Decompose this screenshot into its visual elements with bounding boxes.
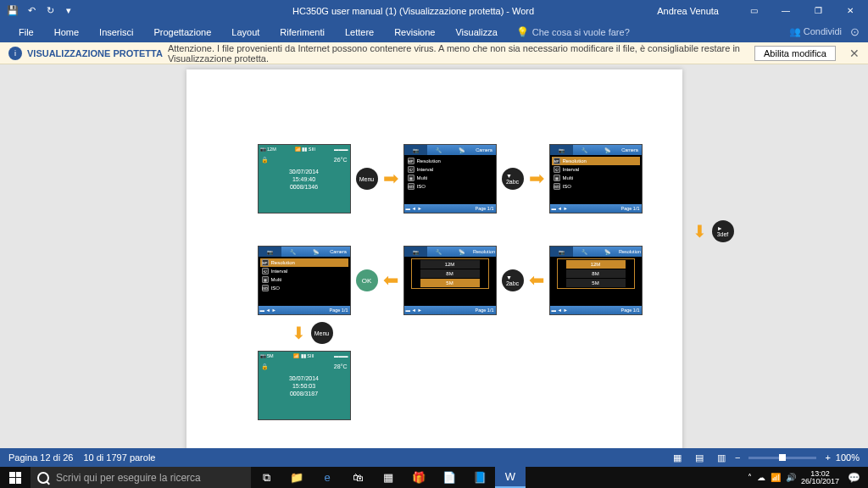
enable-editing-button[interactable]: Abilita modifica [754,46,836,61]
share-icon: 👥 [789,26,801,36]
document-area[interactable]: 📷 12M 📶 ▮▮ SIII ▬▬▬ 26°C 🔒 30/07/2014 15… [0,64,868,448]
share-button[interactable]: 👥 Condividi [789,26,842,37]
down-button-icon: ▼ 2abc [502,269,524,291]
right-button-icon: ► 3def [712,220,734,242]
save-icon[interactable]: 💾 [7,5,19,17]
res-option-12m-selected: 12M [566,260,626,269]
menu-footer-right: Page 1/1 [620,308,639,313]
read-mode-icon[interactable]: ▦ [669,449,686,466]
menu-item-resolution-selected: Resolution [563,158,587,164]
tab-home[interactable]: Home [44,21,89,42]
windows-logo-icon [9,472,21,484]
menu-footer-right: Page 1/1 [329,308,348,313]
start-button[interactable] [0,467,31,488]
lightbulb-icon: 💡 [516,26,529,38]
zoom-in-button[interactable]: + [825,452,830,463]
menu-button-icon: Menu [356,168,378,190]
tab-mailings[interactable]: Lettere [335,21,384,42]
menu-item-resolution: Resolution [417,158,441,164]
menu-footer-left: ▬ ◄ ► [552,206,568,211]
menu-footer-left: ▬ ◄ ► [406,206,422,211]
redo-icon[interactable]: ↻ [44,5,56,17]
camera-flow-diagram: 📷 12M 📶 ▮▮ SIII ▬▬▬ 26°C 🔒 30/07/2014 15… [258,144,734,427]
volume-icon[interactable]: 🔊 [786,473,796,482]
word-count[interactable]: 10 di 1797 parole [83,452,155,463]
date-display: 30/07/2014 [289,169,319,175]
ribbon-tabs: File Home Inserisci Progettazione Layout… [0,21,868,42]
app-icon[interactable]: ▦ [373,467,403,488]
quick-access-toolbar: 💾 ↶ ↻ ▾ [0,5,170,17]
camera-screen-resolution-2: 📷 🔧 📡 Resolution 12M 8M 5M ▬ ◄ ►Page 1/1 [403,246,497,315]
camera-screen-resolution-1: 📷 🔧 📡 Resolution 12M 8M 5M ▬ ◄ ►Page 1/1 [549,246,643,315]
protected-view-close-icon[interactable]: ✕ [849,47,860,60]
clock[interactable]: 13:02 26/10/2017 [801,470,839,485]
share-label: Condividi [804,26,842,36]
undo-icon[interactable]: ↶ [25,5,37,17]
flow-row-3: 📷 5M 📶 ▮▮ SIII ▬▬▬ 28°C 🔒 30/07/2014 15:… [258,351,734,420]
print-layout-icon[interactable]: ▤ [691,449,708,466]
time-display: 15:50:03 [292,383,315,389]
resolution-indicator: 5M [267,353,274,358]
ribbon-collapse-icon[interactable]: ⊙ [850,25,860,38]
protected-view-bar: i VISUALIZZAZIONE PROTETTA Attenzione. I… [0,42,868,64]
tab-camera-label: Camera [327,247,350,257]
zoom-level[interactable]: 100% [836,452,860,463]
zoom-out-button[interactable]: − [735,452,740,463]
tell-me-search[interactable]: 💡 Che cosa si vuole fare? [516,26,630,38]
menu-item-iso: ISO [271,286,280,291]
page-indicator[interactable]: Pagina 12 di 26 [8,452,73,463]
signal-indicator: 📶 ▮▮ SIII [295,147,315,152]
tell-me-label: Che cosa si vuole fare? [532,27,630,37]
counter-display: 0008/3187 [290,391,318,396]
wifi-icon[interactable]: 📶 [771,473,781,482]
camera-screen-live-1: 📷 12M 📶 ▮▮ SIII ▬▬▬ 26°C 🔒 30/07/2014 15… [258,144,351,214]
user-name[interactable]: Andrea Venuta [657,6,719,16]
app-icon-3[interactable]: 📄 [434,467,465,488]
menu-footer-left: ▬ ◄ ► [552,308,568,313]
arrow-left-icon: ⬅ [383,269,398,291]
status-bar: Pagina 12 di 26 10 di 1797 parole ▦ ▤ ▥ … [0,448,868,467]
tab-design[interactable]: Progettazione [143,21,221,42]
taskbar-search[interactable]: Scrivi qui per eseguire la ricerca [31,467,251,488]
web-layout-icon[interactable]: ▥ [713,449,730,466]
edge-icon[interactable]: e [312,467,342,488]
counter-display: 0008/1346 [290,184,318,190]
tab-review[interactable]: Revisione [384,21,445,42]
onedrive-icon[interactable]: ☁ [757,473,765,482]
flow-down-arrow-row: ⬇ ► 3def [258,220,734,242]
menu-item-resolution-selected: Resolution [271,260,295,265]
file-explorer-icon[interactable]: 📁 [281,467,312,488]
minimize-button[interactable]: — [771,0,800,21]
temperature-indicator: 26°C [334,157,348,163]
document-title: HC350G user manual (1) (Visualizzazione … [170,6,657,16]
tab-view[interactable]: Visualizza [445,21,507,42]
notifications-icon[interactable]: 💬 [844,467,863,488]
tab-layout[interactable]: Layout [221,21,270,42]
ribbon-display-icon[interactable]: ▭ [739,0,768,21]
tab-insert[interactable]: Inserisci [89,21,143,42]
menu-item-interval: Interval [271,269,288,274]
word-taskbar-icon[interactable]: W [495,467,526,488]
tab-references[interactable]: Riferimenti [270,21,335,42]
res-option-8m: 8M [566,269,626,278]
tab-file[interactable]: File [8,21,44,42]
tab-camera-label: Camera [619,145,642,155]
shield-icon: i [8,47,22,60]
app-icon-2[interactable]: 🎁 [403,467,434,488]
arrow-right-icon: ➡ [529,168,544,190]
arrow-down-icon: ⬇ [693,221,707,241]
camera-screen-live-2: 📷 5M 📶 ▮▮ SIII ▬▬▬ 28°C 🔒 30/07/2014 15:… [258,351,351,420]
arrow-right-icon: ➡ [383,168,398,190]
store-icon[interactable]: 🛍 [342,467,373,488]
tray-chevron-icon[interactable]: ˄ [748,473,752,482]
menu-item-multi: Multi [271,277,282,282]
app-icon-4[interactable]: 📘 [465,467,495,488]
task-view-icon[interactable]: ⧉ [251,467,281,488]
qat-dropdown-icon[interactable]: ▾ [63,5,75,17]
ribbon-right: 👥 Condividi ⊙ [789,25,868,38]
restore-button[interactable]: ❐ [804,0,832,21]
zoom-slider[interactable] [748,457,816,459]
flow-down-arrow-row-2: ⬇ Menu [292,322,734,344]
protected-view-title: VISUALIZZAZIONE PROTETTA [27,48,163,58]
close-button[interactable]: ✕ [836,0,865,21]
